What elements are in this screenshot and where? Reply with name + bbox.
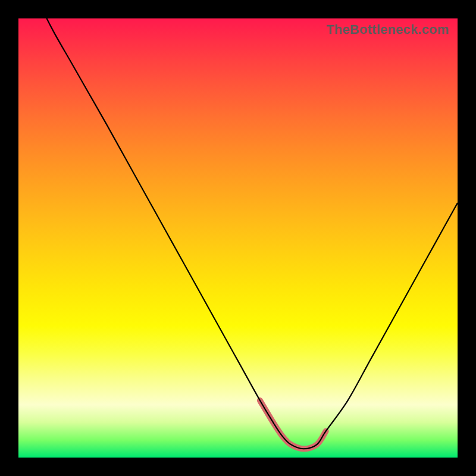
plot-area: TheBottleneck.com [18, 18, 458, 458]
bottleneck-curve [18, 18, 458, 449]
chart-root: TheBottleneck.com [0, 0, 476, 476]
chart-svg [18, 18, 458, 458]
bottleneck-zone-highlight [260, 400, 326, 449]
